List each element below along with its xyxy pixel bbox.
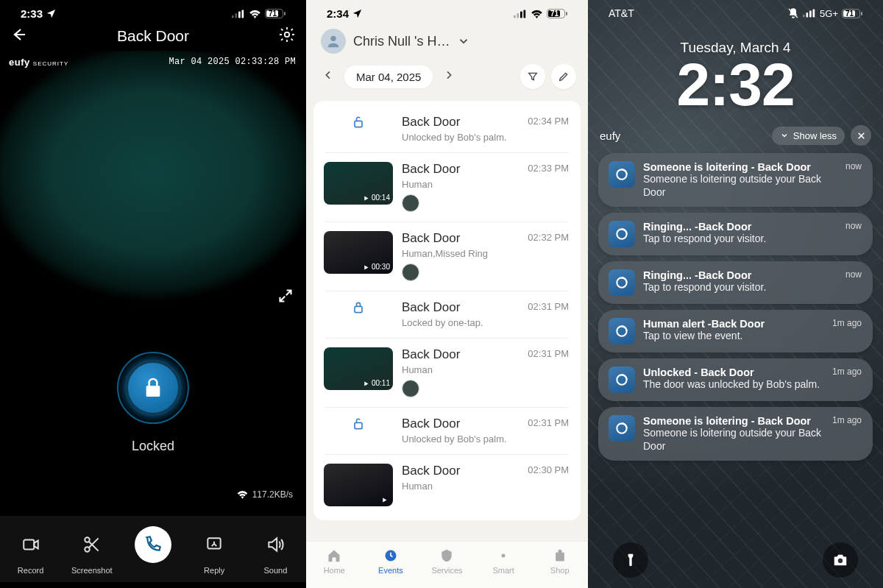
notification-title: Ringing... -Back Door xyxy=(643,269,830,281)
event-row[interactable]: Back DoorHuman02:30 PM xyxy=(313,454,581,516)
fullscreen-button[interactable] xyxy=(278,288,293,306)
notification-title: Someone is loitering - Back Door xyxy=(643,415,830,427)
nav-events[interactable]: Events xyxy=(369,548,413,575)
reply-button[interactable]: Reply xyxy=(188,526,240,575)
nav-shop[interactable]: Shop xyxy=(538,548,582,575)
battery-indicator: 71 xyxy=(547,9,567,18)
arrow-left-icon xyxy=(10,26,28,43)
location-icon xyxy=(46,8,57,19)
show-less-button[interactable]: Show less xyxy=(772,127,845,145)
event-time: 02:33 PM xyxy=(528,163,569,174)
lock-icon xyxy=(351,300,366,318)
app-icon xyxy=(609,318,635,344)
close-icon xyxy=(857,131,866,141)
event-subtitle: Human xyxy=(402,179,570,190)
camera-icon xyxy=(832,552,848,568)
notification[interactable]: Someone is loitering - Back DoorSomeone … xyxy=(598,407,873,461)
notification-time: now xyxy=(845,221,862,231)
record-button[interactable]: Record xyxy=(5,526,57,575)
svg-rect-23 xyxy=(355,306,362,312)
video-icon xyxy=(21,535,40,554)
event-time: 02:34 PM xyxy=(528,116,569,127)
notification[interactable]: Ringing... -Back DoorTap to respond your… xyxy=(598,213,873,255)
svg-rect-2 xyxy=(238,11,241,18)
event-row[interactable]: 00:11Back DoorHuman02:31 PM xyxy=(313,338,581,407)
notification[interactable]: Unlocked - Back DoorThe door was unlocke… xyxy=(598,358,873,401)
settings-button[interactable] xyxy=(278,26,296,46)
phone-icon xyxy=(143,535,163,554)
live-view-pane: 2:33 71 Back Door eufy SECURITY Mar 04 2… xyxy=(0,0,306,588)
nav-smart[interactable]: Smart xyxy=(481,548,525,575)
speaker-icon xyxy=(266,535,285,554)
notification-stack: Someone is loitering - Back DoorSomeone … xyxy=(598,153,873,506)
carrier-label: AT&T xyxy=(609,7,634,19)
face-thumbnail xyxy=(402,380,419,397)
network-type: 5G+ xyxy=(820,8,838,19)
account-name: Chris Null 's H… xyxy=(353,34,450,49)
camera-button[interactable] xyxy=(823,542,858,578)
notification[interactable]: Someone is loitering - Back DoorSomeone … xyxy=(598,153,873,207)
svg-rect-19 xyxy=(566,12,567,15)
video-area[interactable]: eufy SECURITY Mar 04 2025 02:33:28 PM xyxy=(0,51,306,319)
event-row[interactable]: Back DoorUnlocked by Bob's palm.02:31 PM xyxy=(313,407,581,454)
unlock-icon xyxy=(351,115,366,132)
filter-button[interactable] xyxy=(520,64,545,89)
filter-icon xyxy=(527,71,539,82)
svg-rect-1 xyxy=(235,13,238,18)
notification[interactable]: Human alert -Back DoorTap to view the ev… xyxy=(598,310,873,353)
flashlight-button[interactable] xyxy=(613,542,648,578)
chevron-left-icon xyxy=(322,69,334,81)
chevron-right-icon xyxy=(443,69,455,81)
flashlight-icon xyxy=(623,553,638,567)
chevron-down-icon xyxy=(780,131,789,140)
nav-label: Events xyxy=(369,566,413,575)
bell-slash-icon xyxy=(787,7,799,19)
nav-services[interactable]: Services xyxy=(425,548,469,575)
event-subtitle: Human,Missed Ring xyxy=(402,248,570,259)
nav-icon xyxy=(369,548,413,564)
back-button[interactable] xyxy=(10,26,28,46)
svg-point-11 xyxy=(85,547,90,552)
event-thumbnail xyxy=(324,464,393,506)
event-time: 02:30 PM xyxy=(528,464,569,475)
date-prev-button[interactable] xyxy=(318,69,338,84)
svg-point-26 xyxy=(502,554,506,558)
talk-button[interactable] xyxy=(127,526,179,575)
svg-point-10 xyxy=(85,537,90,542)
notification[interactable]: Tap to view the event. xyxy=(603,464,869,506)
date-next-button[interactable] xyxy=(439,69,459,84)
date-pill[interactable]: Mar 04, 2025 xyxy=(344,65,433,88)
notification-body: Tap to view the event. xyxy=(643,330,830,343)
notification-time: now xyxy=(845,161,862,171)
notification-body: Someone is loitering outside your Back D… xyxy=(643,427,830,453)
event-row[interactable]: 00:14Back DoorHuman02:33 PM xyxy=(313,152,581,222)
battery-indicator: 71 xyxy=(842,9,862,18)
screenshot-button[interactable]: Screenshot xyxy=(66,526,118,575)
lock-toggle-button[interactable] xyxy=(113,347,194,428)
app-icon xyxy=(612,472,638,498)
notification-title: Someone is loitering - Back Door xyxy=(643,161,830,173)
notification-body: Tap to respond your visitor. xyxy=(643,233,830,246)
event-row[interactable]: Back DoorUnlocked by Bob's palm.02:34 PM xyxy=(313,105,581,152)
app-icon xyxy=(609,269,635,296)
video-toolbar: Record Screenshot Reply Sound xyxy=(0,516,306,582)
event-row[interactable]: Back DoorLocked by one-tap.02:31 PM xyxy=(313,291,581,338)
video-timestamp: Mar 04 2025 02:33:28 PM xyxy=(169,57,296,67)
expand-icon xyxy=(278,288,293,303)
notification-app-label: eufy xyxy=(600,130,620,142)
svg-rect-34 xyxy=(861,12,862,15)
lockscreen-time: 2:32 xyxy=(588,54,883,115)
account-selector[interactable]: Chris Null 's H… xyxy=(306,20,588,57)
svg-rect-6 xyxy=(284,12,286,15)
notification-body: The door was unlocked by Bob's palm. xyxy=(643,378,830,392)
notification-body: Tap to respond your visitor. xyxy=(643,281,830,294)
notification[interactable]: Ringing... -Back DoorTap to respond your… xyxy=(598,261,873,304)
dismiss-group-button[interactable] xyxy=(851,125,871,146)
nav-home[interactable]: Home xyxy=(312,548,356,575)
event-row[interactable]: 00:30Back DoorHuman,Missed Ring02:32 PM xyxy=(313,222,581,291)
edit-button[interactable] xyxy=(551,64,576,89)
svg-rect-30 xyxy=(809,10,812,17)
svg-rect-31 xyxy=(813,10,815,18)
sound-button[interactable]: Sound xyxy=(249,526,301,575)
wifi-icon xyxy=(531,10,543,18)
